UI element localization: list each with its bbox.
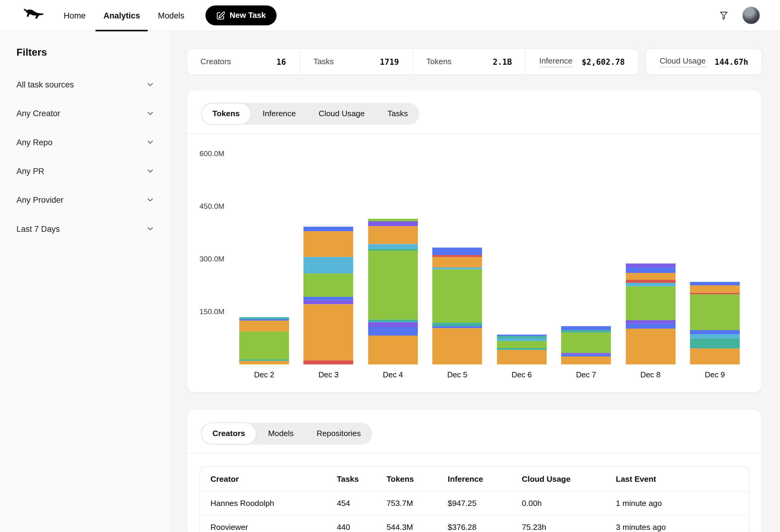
- bar-dec-2[interactable]: [239, 317, 289, 365]
- bar-dec-7[interactable]: [561, 326, 611, 364]
- bar-segment-orange: [304, 305, 353, 361]
- bar-segment-teal: [497, 336, 546, 338]
- stat-tokens: Tokens2.1B: [412, 49, 525, 74]
- chart-tab-tokens[interactable]: Tokens: [201, 103, 251, 125]
- bar-segment-orange: [368, 335, 418, 364]
- bar-dec-4[interactable]: [368, 219, 418, 365]
- nav-item-analytics[interactable]: Analytics: [94, 0, 149, 31]
- nav-item-home[interactable]: Home: [55, 0, 94, 31]
- bar-segment-blue: [690, 282, 740, 285]
- bar-dec-6[interactable]: [497, 335, 546, 365]
- user-avatar[interactable]: [742, 6, 760, 24]
- bar-dec-9[interactable]: [690, 282, 740, 364]
- stat-tasks: Tasks1719: [299, 49, 412, 74]
- bar-segment-sky: [497, 338, 546, 341]
- filter-all-task-sources[interactable]: All task sources: [16, 70, 155, 99]
- filter-list: All task sourcesAny CreatorAny RepoAny P…: [16, 70, 155, 243]
- chart-tab-inference[interactable]: Inference: [251, 103, 307, 125]
- bar-segment-blue: [561, 354, 611, 357]
- chevron-down-icon: [146, 166, 155, 175]
- bar-dec-5[interactable]: [432, 248, 482, 364]
- filters-sidebar: Filters All task sourcesAny CreatorAny R…: [0, 32, 172, 532]
- bar-segment-blue: [432, 326, 482, 328]
- cell-last-event: 3 minutes ago: [616, 523, 749, 532]
- bar-segment-green: [626, 286, 675, 320]
- stat-label: Cloud Usage: [660, 56, 705, 67]
- creators-table: CreatorTasksTokensInferenceCloud UsageLa…: [200, 466, 749, 532]
- chart-tab-tasks[interactable]: Tasks: [376, 103, 420, 125]
- bar-segment-sky: [304, 257, 353, 274]
- filter-any-repo[interactable]: Any Repo: [16, 128, 155, 156]
- bar-segment-sky: [432, 268, 482, 270]
- filter-label: All task sources: [16, 80, 74, 89]
- new-task-button[interactable]: New Task: [205, 5, 277, 25]
- stat-value: 1719: [380, 57, 399, 66]
- y-axis-label: 300.0M: [200, 255, 237, 264]
- bar-segment-green: [239, 331, 289, 360]
- bar-segment-blue: [690, 330, 740, 334]
- page-body: Filters All task sourcesAny CreatorAny R…: [0, 32, 780, 532]
- cell-tokens: 544.3M: [387, 523, 448, 532]
- bar-segment-teal: [690, 339, 740, 348]
- filter-any-creator[interactable]: Any Creator: [16, 99, 155, 128]
- bar-segment-sky: [368, 244, 418, 249]
- bar-segment-red: [304, 360, 353, 364]
- divider: [187, 133, 762, 134]
- bar-segment-orange: [368, 226, 418, 244]
- kangaroo-logo[interactable]: [20, 8, 44, 23]
- chart-tab-cloud-usage[interactable]: Cloud Usage: [307, 103, 376, 125]
- bar-segment-green: [304, 274, 353, 297]
- chevron-down-icon: [146, 109, 155, 118]
- list-tab-creators[interactable]: Creators: [201, 422, 257, 444]
- y-axis-label: 600.0M: [200, 149, 237, 158]
- column-header-tasks: Tasks: [337, 475, 386, 484]
- filter-any-provider[interactable]: Any Provider: [16, 185, 155, 214]
- filter-last-7-days[interactable]: Last 7 Days: [16, 214, 155, 243]
- stat-value: 144.67h: [715, 57, 748, 66]
- list-tab-models[interactable]: Models: [256, 422, 305, 444]
- filter-label: Any Provider: [16, 195, 63, 205]
- chevron-down-icon: [146, 224, 155, 233]
- divider: [187, 453, 762, 454]
- x-axis-label: Dec 8: [626, 370, 675, 379]
- stat-label: Creators: [200, 57, 231, 66]
- bar-segment-blue: [304, 227, 353, 231]
- bar-segment-teal: [432, 323, 482, 326]
- stat-value: $2,602.78: [582, 57, 625, 66]
- cell-inference: $376.28: [448, 523, 522, 532]
- filter-any-pr[interactable]: Any PR: [16, 157, 155, 185]
- bar-segment-teal: [368, 249, 418, 251]
- bar-segment-purple: [626, 263, 675, 268]
- column-header-inference: Inference: [448, 475, 522, 484]
- cell-tasks: 440: [337, 523, 386, 532]
- filters-title: Filters: [16, 46, 155, 58]
- cell-cloud-usage: 75.23h: [522, 523, 616, 532]
- bar-segment-green: [497, 341, 546, 348]
- table-row-rooviewer[interactable]: Rooviewer440544.3M$376.2875.23h3 minutes…: [200, 515, 748, 532]
- cell-tasks: 454: [337, 499, 386, 508]
- bar-segment-orange: [690, 285, 740, 292]
- column-header-cloud-usage: Cloud Usage: [522, 475, 616, 484]
- stats-card: Cloud Usage144.67h: [645, 48, 762, 75]
- table-card: CreatorsModelsRepositories CreatorTasksT…: [187, 409, 762, 532]
- stat-label: Tasks: [313, 57, 334, 66]
- column-header-last-event: Last Event: [616, 475, 749, 484]
- table-row-hannes-roodolph[interactable]: Hannes Roodolph454753.7M$947.250.00h1 mi…: [200, 491, 748, 515]
- filter-label: Last 7 Days: [16, 224, 60, 233]
- bar-segment-teal: [497, 348, 546, 350]
- bar-dec-8[interactable]: [626, 263, 675, 364]
- list-tab-repositories[interactable]: Repositories: [305, 422, 373, 444]
- x-axis-label: Dec 7: [561, 370, 611, 379]
- funnel-filter-icon[interactable]: [719, 10, 729, 21]
- x-axis-label: Dec 2: [239, 370, 289, 379]
- nav-item-models[interactable]: Models: [149, 0, 193, 31]
- bar-segment-red: [432, 255, 482, 257]
- stat-value: 16: [277, 57, 286, 66]
- compose-icon: [216, 11, 225, 20]
- stat-value: 2.1B: [493, 57, 512, 66]
- bar-dec-3[interactable]: [304, 227, 353, 364]
- tokens-stacked-bar-chart: 150.0M300.0M450.0M600.0M: [239, 140, 740, 365]
- x-axis-label: Dec 9: [690, 370, 740, 379]
- bar-segment-orange: [497, 350, 546, 365]
- chevron-down-icon: [146, 80, 155, 89]
